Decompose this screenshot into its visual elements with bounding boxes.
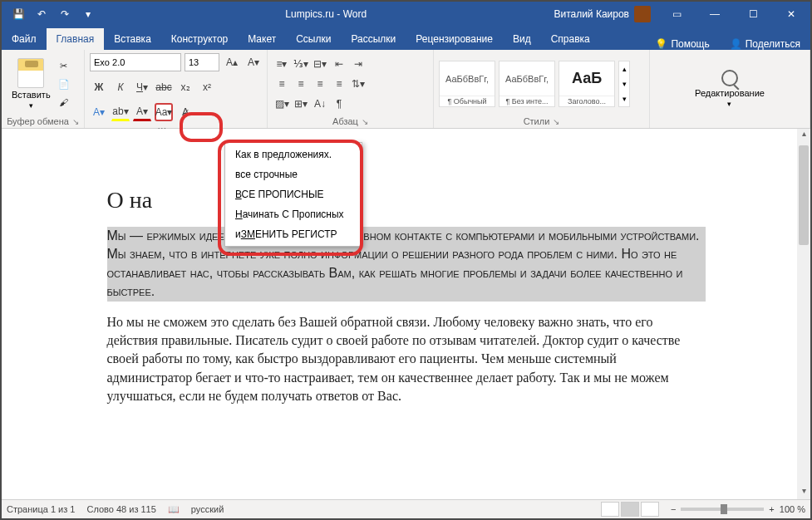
share-label: Поделиться bbox=[746, 38, 800, 50]
vertical-scrollbar[interactable]: ▴ ▾ bbox=[797, 129, 810, 499]
line-spacing-icon[interactable]: ⇅▾ bbox=[349, 75, 367, 93]
borders-icon[interactable]: ⊞▾ bbox=[292, 95, 310, 113]
scroll-thumb[interactable] bbox=[799, 145, 809, 245]
doc-paragraph-2: Но мы не сможем это сделать без Вашей об… bbox=[107, 313, 706, 406]
style-nospacing[interactable]: АаБбВвГг, ¶ Без инте... bbox=[499, 61, 555, 107]
case-sentence[interactable]: Как в предложениях. bbox=[227, 145, 360, 164]
user-account[interactable]: Виталий Каиров bbox=[554, 6, 657, 22]
statusbar: Страница 1 из 1 Слово 48 из 115 📖 русски… bbox=[2, 499, 810, 518]
share-icon: 👤 bbox=[730, 38, 742, 50]
close-button[interactable]: ✕ bbox=[772, 2, 810, 27]
style-preview: АаБбВвГг, bbox=[500, 61, 554, 96]
style-heading1[interactable]: АаБ Заголово... bbox=[559, 61, 615, 107]
zoom-control: − + 100 % bbox=[671, 504, 805, 514]
styles-gallery-dropdown[interactable]: ▴▾▾ bbox=[618, 61, 630, 107]
minimize-button[interactable]: — bbox=[696, 2, 734, 27]
tab-view[interactable]: Вид bbox=[503, 28, 541, 50]
autosave-icon[interactable]: 💾 bbox=[8, 4, 28, 24]
underline-icon[interactable]: Ч▾ bbox=[133, 78, 151, 96]
view-web-icon[interactable] bbox=[641, 502, 659, 517]
para-dialog-icon[interactable]: ↘ bbox=[362, 117, 368, 126]
undo-icon[interactable]: ↶ bbox=[32, 4, 52, 24]
group-font: A▴ A▾ Ж К Ч▾ abc x₂ x² A▾ ab▾ A▾ Aa▾ A̷ … bbox=[85, 50, 268, 128]
tab-help[interactable]: Справка bbox=[541, 28, 600, 50]
document-page: О на Мы — ержимых идеей помогать Вам в е… bbox=[107, 129, 706, 499]
style-normal[interactable]: АаБбВвГг, ¶ Обычный bbox=[439, 61, 495, 107]
clipboard-dialog-icon[interactable]: ↘ bbox=[72, 117, 79, 126]
format-painter-icon[interactable]: 🖌 bbox=[56, 94, 72, 110]
font-name-combo[interactable] bbox=[90, 53, 181, 71]
tab-mailings[interactable]: Рассылки bbox=[341, 28, 406, 50]
show-marks-icon[interactable]: ¶ bbox=[330, 95, 348, 113]
tell-me-button[interactable]: 💡 Помощь bbox=[645, 38, 719, 50]
italic-icon[interactable]: К bbox=[111, 78, 130, 96]
paste-button[interactable]: Вставить ▾ bbox=[7, 56, 56, 111]
maximize-button[interactable]: ☐ bbox=[734, 2, 772, 27]
scroll-up-icon[interactable]: ▴ bbox=[797, 129, 810, 142]
cut-icon[interactable]: ✂ bbox=[56, 57, 72, 74]
case-capitalize-each[interactable]: Начинать С Прописных bbox=[227, 204, 360, 224]
subscript-icon[interactable]: x₂ bbox=[176, 78, 194, 96]
increase-indent-icon[interactable]: ⇥ bbox=[349, 55, 367, 73]
align-left-icon[interactable]: ≡ bbox=[273, 75, 291, 93]
case-toggle[interactable]: иЗМЕНИТЬ РЕГИСТР bbox=[227, 224, 360, 244]
doc-paragraph-1: Мы — ержимых идеей помогать Вам в ежедне… bbox=[107, 227, 706, 302]
tab-review[interactable]: Рецензирование bbox=[406, 28, 503, 50]
view-read-icon[interactable] bbox=[601, 502, 619, 517]
editing-button[interactable]: Редактирование ▾ bbox=[688, 66, 771, 111]
bold-icon[interactable]: Ж bbox=[90, 78, 108, 96]
highlight-icon[interactable]: ab▾ bbox=[111, 103, 130, 121]
document-area[interactable]: О на Мы — ержимых идеей помогать Вам в е… bbox=[2, 129, 810, 499]
strike-icon[interactable]: abc bbox=[155, 78, 173, 96]
editing-label: Редактирование bbox=[695, 88, 765, 98]
zoom-out-icon[interactable]: − bbox=[671, 504, 676, 514]
tab-file[interactable]: Файл bbox=[2, 28, 47, 50]
copy-icon[interactable]: 📄 bbox=[56, 76, 72, 92]
bullets-icon[interactable]: ≡▾ bbox=[273, 55, 291, 73]
window-title: Lumpics.ru - Word bbox=[98, 8, 554, 20]
case-lowercase[interactable]: все строчные bbox=[227, 164, 360, 184]
font-size-combo[interactable] bbox=[185, 53, 219, 71]
justify-icon[interactable]: ≡ bbox=[330, 75, 348, 93]
sort-icon[interactable]: A↓ bbox=[311, 95, 329, 113]
align-center-icon[interactable]: ≡ bbox=[292, 75, 310, 93]
superscript-icon[interactable]: x² bbox=[198, 78, 216, 96]
user-name: Виталий Каиров bbox=[554, 8, 629, 20]
spellcheck-icon[interactable]: 📖 bbox=[168, 504, 180, 515]
paste-icon bbox=[17, 58, 44, 88]
share-button[interactable]: 👤 Поделиться bbox=[720, 38, 810, 50]
grow-font-icon[interactable]: A▴ bbox=[223, 53, 241, 71]
font-color-icon[interactable]: A▾ bbox=[133, 103, 151, 121]
decrease-indent-icon[interactable]: ⇤ bbox=[330, 55, 348, 73]
tab-design[interactable]: Конструктор bbox=[161, 28, 238, 50]
tab-references[interactable]: Ссылки bbox=[286, 28, 341, 50]
tab-home[interactable]: Главная bbox=[47, 28, 105, 50]
styles-group-label: Стили bbox=[524, 116, 550, 126]
tab-insert[interactable]: Вставка bbox=[104, 28, 161, 50]
tab-layout[interactable]: Макет bbox=[238, 28, 286, 50]
style-label: ¶ Обычный bbox=[440, 96, 495, 106]
numbering-icon[interactable]: ⅓▾ bbox=[292, 55, 310, 73]
styles-dialog-icon[interactable]: ↘ bbox=[553, 117, 559, 126]
ribbon-display-icon[interactable]: ▭ bbox=[657, 2, 696, 27]
qat-customize-icon[interactable]: ▾ bbox=[78, 4, 98, 24]
avatar-icon bbox=[634, 6, 651, 22]
text-effects-icon[interactable]: A▾ bbox=[90, 103, 108, 121]
scroll-down-icon[interactable]: ▾ bbox=[797, 486, 810, 499]
shrink-font-icon[interactable]: A▾ bbox=[244, 53, 263, 71]
zoom-slider[interactable] bbox=[681, 508, 764, 511]
redo-icon[interactable]: ↷ bbox=[55, 4, 75, 24]
language-status[interactable]: русский bbox=[191, 504, 224, 514]
zoom-in-icon[interactable]: + bbox=[769, 504, 774, 514]
zoom-value[interactable]: 100 % bbox=[780, 504, 805, 514]
change-case-button[interactable]: Aa▾ bbox=[155, 103, 173, 121]
lightbulb-icon: 💡 bbox=[655, 38, 667, 50]
word-count[interactable]: Слово 48 из 115 bbox=[86, 504, 155, 514]
case-uppercase[interactable]: ВСЕ ПРОПИСНЫЕ bbox=[227, 184, 360, 204]
view-print-icon[interactable] bbox=[621, 502, 639, 517]
align-right-icon[interactable]: ≡ bbox=[311, 75, 329, 93]
page-status[interactable]: Страница 1 из 1 bbox=[7, 504, 75, 514]
shading-icon[interactable]: ▨▾ bbox=[273, 95, 291, 113]
clear-format-icon[interactable]: A̷ bbox=[176, 103, 194, 121]
multilevel-icon[interactable]: ⊟▾ bbox=[311, 55, 329, 73]
